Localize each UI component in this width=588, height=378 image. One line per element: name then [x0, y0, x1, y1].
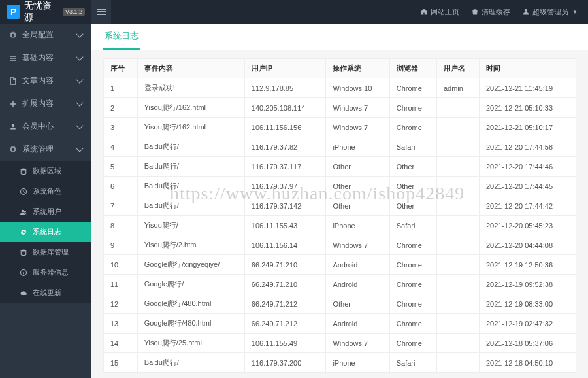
svg-point-4 — [22, 209, 24, 212]
table-cell — [436, 98, 479, 118]
table-cell: Google爬行/480.html — [137, 294, 244, 314]
table-cell: Chrome — [389, 118, 436, 137]
chevron-down-icon — [76, 145, 83, 152]
chevron-down-icon: ▼ — [572, 9, 578, 15]
table-cell: 3 — [104, 118, 138, 137]
table-cell: 14 — [104, 334, 138, 353]
table-row: 4Baidu爬行/116.179.37.82iPhoneSafari2021-1… — [104, 137, 576, 157]
submenu-item-6[interactable]: 在线更新 — [0, 283, 91, 303]
table-row: 10Google爬行/xingyeqiye/66.249.71.210Andro… — [104, 255, 576, 275]
table-cell: 112.9.178.85 — [244, 78, 326, 98]
table-cell: Windows 7 — [326, 334, 389, 353]
logo-icon: P — [7, 5, 20, 19]
table-header: 用户名 — [436, 59, 479, 78]
table-cell: Baidu爬行/ — [137, 353, 244, 373]
table-row: 13Google爬行/480.html66.249.71.212AndroidC… — [104, 314, 576, 334]
table-cell: Safari — [389, 137, 436, 157]
table-cell: 66.249.71.212 — [244, 294, 326, 314]
chevron-down-icon — [76, 76, 83, 83]
sidebar: 全局配置基础内容文章内容扩展内容会员中心系统管理数据区域系统角色系统用户系统日志… — [0, 24, 91, 378]
table-cell: 106.11.155.43 — [244, 216, 326, 235]
sidebar-item-1[interactable]: 基础内容 — [0, 46, 91, 69]
main-content: 系统日志 序号事件内容用户IP操作系统浏览器用户名时间 1登录成功!112.9.… — [91, 24, 588, 378]
table-cell — [436, 353, 479, 373]
users-icon — [20, 208, 27, 216]
svg-point-2 — [21, 168, 26, 170]
table-cell: Yisou爬行/162.html — [137, 118, 244, 137]
submenu-item-0[interactable]: 数据区域 — [0, 161, 91, 181]
table-cell: Baidu爬行/ — [137, 177, 244, 196]
submenu-item-label: 系统用户 — [33, 207, 61, 216]
tab-system-log[interactable]: 系统日志 — [103, 24, 140, 50]
content-area: 序号事件内容用户IP操作系统浏览器用户名时间 1登录成功!112.9.178.8… — [91, 50, 588, 378]
table-row: 6Baidu爬行/116.179.37.97OtherOther2021-12-… — [104, 177, 576, 196]
sidebar-item-5[interactable]: 系统管理 — [0, 138, 91, 161]
sidebar-item-3[interactable]: 扩展内容 — [0, 92, 91, 115]
table-row: 2Yisou爬行/162.html140.205.108.114Windows … — [104, 98, 576, 118]
table-cell: 116.179.37.117 — [244, 157, 326, 177]
table-cell: 2021-12-19 09:52:38 — [479, 275, 576, 294]
table-row: 12Google爬行/480.html66.249.71.212OtherChr… — [104, 294, 576, 314]
tab-bar: 系统日志 — [91, 24, 588, 50]
submenu-item-4[interactable]: 数据库管理 — [0, 242, 91, 262]
menu-toggle[interactable] — [91, 0, 111, 24]
sidebar-item-label: 扩展内容 — [22, 98, 54, 109]
table-cell: Google爬行/480.html — [137, 314, 244, 334]
table-cell: Google爬行/ — [137, 275, 244, 294]
table-row: 3Yisou爬行/162.html106.11.156.156Windows 7… — [104, 118, 576, 137]
table-cell — [436, 118, 479, 137]
table-cell — [436, 216, 479, 235]
table-cell: Chrome — [389, 294, 436, 314]
table-cell — [436, 137, 479, 157]
table-cell: 4 — [104, 137, 138, 157]
table-cell: Google爬行/xingyeqiye/ — [137, 255, 244, 275]
sidebar-item-label: 会员中心 — [22, 121, 54, 132]
table-cell: 116.179.37.97 — [244, 177, 326, 196]
table-cell: 2021-12-19 08:33:00 — [479, 294, 576, 314]
admin-dropdown[interactable]: 超级管理员 ▼ — [522, 7, 578, 17]
sidebar-item-2[interactable]: 文章内容 — [0, 69, 91, 92]
table-header: 浏览器 — [389, 59, 436, 78]
table-cell: 66.249.71.210 — [244, 275, 326, 294]
table-header: 时间 — [479, 59, 576, 78]
table-cell: 11 — [104, 275, 138, 294]
table-cell: Windows 7 — [326, 118, 389, 137]
home-link[interactable]: 网站主页 — [420, 7, 459, 17]
svg-point-5 — [24, 210, 26, 212]
table-cell: 2021-12-20 17:44:58 — [479, 137, 576, 157]
table-row: 5Baidu爬行/116.179.37.117OtherOther2021-12… — [104, 157, 576, 177]
trash-icon — [471, 8, 479, 16]
table-row: 15Baidu爬行/116.179.37.200iPhoneSafari2021… — [104, 353, 576, 373]
table-cell: Safari — [389, 353, 436, 373]
top-bar: P 无忧资源 V3.1.2 网站主页 清理缓存 超级管理员 ▼ — [0, 0, 588, 24]
table-cell — [436, 235, 479, 255]
sidebar-item-label: 基础内容 — [22, 52, 54, 63]
table-cell: Other — [326, 157, 389, 177]
chevron-down-icon — [76, 122, 83, 129]
submenu-item-2[interactable]: 系统用户 — [0, 201, 91, 222]
sidebar-item-0[interactable]: 全局配置 — [0, 24, 91, 46]
table-cell: 12 — [104, 294, 138, 314]
submenu-item-1[interactable]: 系统角色 — [0, 181, 91, 201]
list-icon — [9, 54, 17, 62]
clear-cache-link[interactable]: 清理缓存 — [471, 7, 510, 17]
table-cell: 140.205.108.114 — [244, 98, 326, 118]
table-cell — [436, 275, 479, 294]
table-cell — [436, 157, 479, 177]
table-cell: 106.11.155.49 — [244, 334, 326, 353]
table-cell: 66.249.71.210 — [244, 255, 326, 275]
table-cell: Yisou爬行/ — [137, 216, 244, 235]
submenu-item-5[interactable]: 服务器信息 — [0, 262, 91, 283]
table-cell — [436, 196, 479, 216]
sidebar-item-4[interactable]: 会员中心 — [0, 115, 91, 138]
table-cell — [436, 314, 479, 334]
table-cell: 1 — [104, 78, 138, 98]
table-cell: 5 — [104, 157, 138, 177]
table-cell — [436, 177, 479, 196]
table-cell: 2 — [104, 98, 138, 118]
submenu-item-3[interactable]: 系统日志 — [0, 222, 91, 242]
table-cell: 116.179.37.82 — [244, 137, 326, 157]
table-cell: Other — [389, 196, 436, 216]
logo[interactable]: P 无忧资源 V3.1.2 — [0, 0, 91, 24]
table-cell — [436, 334, 479, 353]
